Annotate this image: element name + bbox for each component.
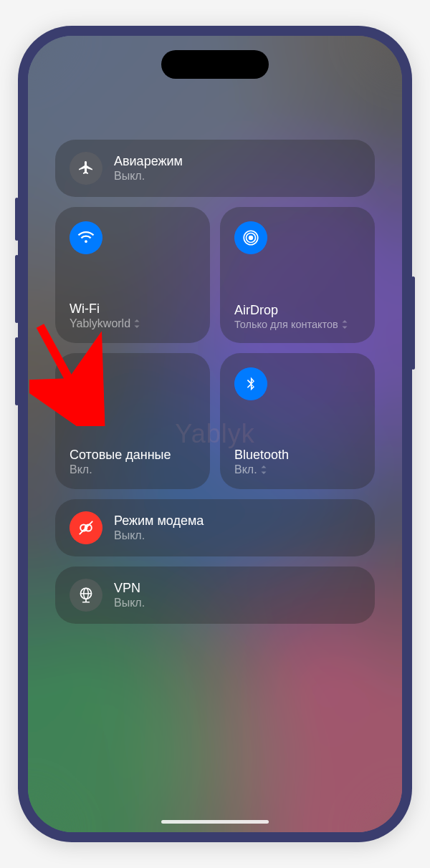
wifi-tile[interactable]: Wi-Fi Yablykworld	[55, 207, 210, 343]
control-center: Авиарежим Выкл. Wi-Fi Yablykworld	[28, 36, 402, 624]
hotspot-status: Выкл.	[114, 529, 204, 542]
bluetooth-title: Bluetooth	[234, 448, 360, 463]
bluetooth-tile[interactable]: Bluetooth Вкл.	[220, 353, 375, 489]
cellular-signal-icon	[70, 367, 102, 400]
dynamic-island	[161, 50, 269, 79]
personal-hotspot-tile[interactable]: Режим модема Выкл.	[55, 499, 375, 556]
svg-rect-6	[90, 379, 92, 390]
hotspot-off-icon	[70, 511, 102, 544]
chevron-up-down-icon	[260, 466, 267, 474]
cellular-status: Вкл.	[70, 463, 196, 476]
vpn-status: Выкл.	[114, 597, 145, 609]
volume-down-button	[15, 337, 19, 405]
vpn-globe-icon	[70, 579, 102, 612]
wifi-status: Yablykworld	[70, 317, 196, 330]
wifi-icon	[70, 221, 102, 254]
svg-point-0	[249, 236, 254, 241]
power-button	[411, 276, 415, 370]
airplane-mode-tile[interactable]: Авиарежим Выкл.	[55, 140, 375, 197]
chevron-up-down-icon	[341, 320, 348, 329]
hotspot-title: Режим модема	[114, 513, 204, 529]
bluetooth-icon	[234, 367, 267, 400]
airplane-title: Авиарежим	[114, 154, 183, 169]
cellular-title: Сотовые данные	[70, 448, 196, 463]
airdrop-status: Только для контактов	[234, 319, 360, 330]
mute-switch	[15, 198, 19, 241]
bluetooth-status: Вкл.	[234, 463, 360, 476]
vpn-tile[interactable]: VPN Выкл.	[55, 566, 375, 624]
wifi-title: Wi-Fi	[70, 302, 196, 317]
airplane-icon	[70, 152, 102, 185]
airdrop-icon	[234, 221, 267, 254]
screen: Yablyk Авиарежим Выкл.	[28, 36, 402, 832]
home-indicator[interactable]	[161, 820, 269, 824]
phone-frame: Yablyk Авиарежим Выкл.	[18, 26, 412, 842]
airplane-status: Выкл.	[114, 170, 183, 183]
airdrop-title: AirDrop	[234, 303, 360, 318]
vpn-title: VPN	[114, 581, 145, 596]
cellular-data-tile[interactable]: Сотовые данные Вкл.	[55, 353, 210, 489]
svg-rect-4	[83, 383, 85, 390]
airdrop-tile[interactable]: AirDrop Только для контактов	[220, 207, 375, 343]
svg-line-9	[80, 521, 92, 534]
svg-rect-3	[80, 385, 82, 390]
chevron-up-down-icon	[133, 319, 140, 328]
volume-up-button	[15, 255, 19, 323]
svg-rect-5	[87, 381, 89, 390]
